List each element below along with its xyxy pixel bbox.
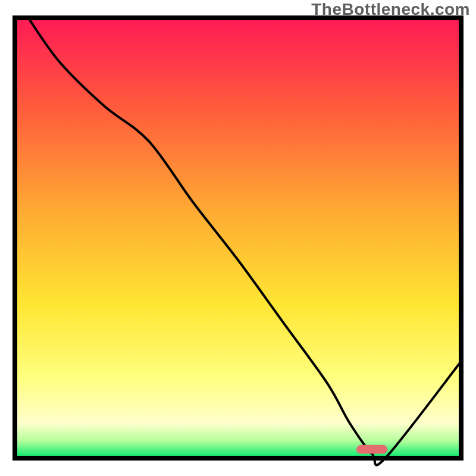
optimal-marker <box>356 445 388 454</box>
chart-frame: TheBottleneck.com <box>0 0 476 476</box>
bottleneck-chart <box>0 0 476 476</box>
